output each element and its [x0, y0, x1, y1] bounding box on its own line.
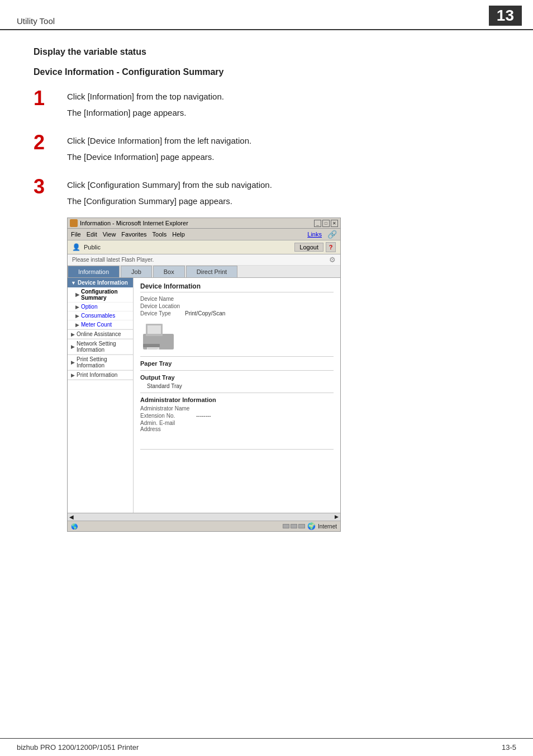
left-nav-print-setting-header[interactable]: ▶ Print Setting Information	[68, 355, 133, 370]
progress-bar-2	[291, 524, 297, 528]
menu-help[interactable]: Help	[172, 231, 185, 238]
device-name-label: Device Name	[140, 296, 185, 302]
section1-title: Display the variable status	[34, 47, 499, 57]
device-location-label: Device Location	[140, 303, 185, 309]
arrow-icon: ▶	[71, 344, 75, 349]
flash-notice-bar: Please install latest Flash Player. ⚙	[68, 254, 340, 266]
tab-box[interactable]: Box	[153, 266, 185, 277]
svg-rect-3	[143, 344, 160, 347]
admin-email-label: Admin. E-mail Address	[140, 420, 196, 432]
page-number: 13	[489, 6, 522, 26]
admin-info-block: Administrator Name Extension No. -------…	[140, 405, 334, 432]
progress-bar-1	[283, 524, 289, 528]
progress-bar-3	[298, 524, 305, 528]
page-title: Utility Tool	[17, 16, 55, 26]
step-1-result: The [Information] page appears.	[67, 107, 499, 120]
left-nav-device-info: ▼ Device Information ▶ Configuration Sum…	[68, 278, 133, 330]
left-nav-option[interactable]: ▶ Option	[68, 303, 133, 311]
step-1: 1 Click [Information] from the top navig…	[34, 91, 499, 119]
step-2-number: 2	[34, 133, 67, 153]
left-nav-device-info-header[interactable]: ▼ Device Information	[68, 278, 133, 287]
footer-right-text: 13-5	[502, 743, 516, 752]
links-icon: 🔗	[327, 230, 337, 239]
tab-direct-print[interactable]: Direct Print	[186, 266, 237, 277]
gear-icon: ⚙	[325, 254, 340, 265]
left-nav-device-info-label: Device Information	[78, 280, 128, 286]
step-2-instruction: Click [Device Information] from the left…	[67, 135, 499, 148]
step-3-content: Click [Configuration Summary] from the s…	[67, 179, 499, 532]
page-footer: bizhub PRO 1200/1200P/1051 Printer 13-5	[0, 738, 533, 756]
divider-1	[140, 356, 334, 357]
arrow-icon: ▶	[75, 304, 79, 310]
left-nav-config-summary[interactable]: ▶ Configuration Summary	[68, 287, 133, 303]
menu-links[interactable]: Links	[307, 231, 322, 238]
step-2: 2 Click [Device Information] from the le…	[34, 135, 499, 163]
admin-name-row: Administrator Name	[140, 405, 334, 412]
left-nav-print-info-header[interactable]: ▶ Print Information	[68, 371, 133, 380]
menu-file[interactable]: File	[71, 231, 81, 238]
right-content: Device Information Device Name Device Lo…	[134, 278, 340, 513]
arrow-icon: ▶	[71, 360, 75, 365]
step-2-result: The [Device Information] page appears.	[67, 151, 499, 164]
tab-job[interactable]: Job	[121, 266, 152, 277]
left-nav-print-info: ▶ Print Information	[68, 371, 133, 380]
logout-button[interactable]: Logout	[294, 243, 323, 252]
menu-tools[interactable]: Tools	[153, 231, 167, 238]
flash-notice-text: Please install latest Flash Player.	[68, 256, 158, 264]
left-nav-meter-count[interactable]: ▶ Meter Count	[68, 320, 133, 329]
nav-tabs: Information Job Box Direct Print	[68, 266, 340, 278]
browser-scrollbar[interactable]: ◀ ▶	[68, 513, 340, 521]
main-content: Display the variable status Device Infor…	[0, 30, 533, 581]
admin-ext-row: Extension No. --------	[140, 413, 334, 419]
footer-left-text: bizhub PRO 1200/1200P/1051 Printer	[17, 743, 139, 752]
user-area: 👤 Public	[72, 243, 101, 251]
left-nav: ▼ Device Information ▶ Configuration Sum…	[68, 278, 134, 513]
device-type-row: Device Type Print/Copy/Scan	[140, 310, 334, 316]
device-name-row: Device Name	[140, 296, 334, 302]
left-nav-network-setting-header[interactable]: ▶ Network Setting Information	[68, 339, 133, 355]
device-info-title: Device Information	[140, 282, 334, 292]
browser-menubar: File Edit View Favorites Tools Help Link…	[68, 229, 340, 240]
user-label: Public	[84, 244, 101, 251]
ie-statusbar: 🌎 🌍 Internet	[68, 521, 340, 531]
printer-svg	[140, 323, 179, 352]
step-2-content: Click [Device Information] from the left…	[67, 135, 499, 163]
paper-tray-label: Paper Tray	[140, 360, 334, 367]
user-icon: 👤	[72, 243, 80, 251]
step-1-content: Click [Information] from the top navigat…	[67, 91, 499, 119]
scroll-right[interactable]: ▶	[333, 513, 340, 521]
left-nav-consumables[interactable]: ▶ Consumables	[68, 311, 133, 320]
ie-toolbar: 👤 Public Logout ?	[68, 240, 340, 254]
minimize-button[interactable]: _	[314, 220, 321, 227]
help-button[interactable]: ?	[326, 242, 336, 252]
browser-titlebar: Information - Microsoft Internet Explore…	[68, 218, 340, 229]
left-nav-online-assistance-header[interactable]: ▶ Online Assistance	[68, 330, 133, 339]
device-location-row: Device Location	[140, 303, 334, 309]
statusbar-text: Internet	[318, 523, 337, 530]
browser-controls[interactable]: _ □ ✕	[314, 220, 338, 227]
internet-icon: 🌍	[307, 522, 316, 530]
scroll-left[interactable]: ◀	[68, 513, 333, 521]
step-3-instruction: Click [Configuration Summary] from the s…	[67, 179, 499, 192]
divider-2	[140, 370, 334, 371]
printer-image	[140, 321, 179, 352]
menu-edit[interactable]: Edit	[87, 231, 97, 238]
page-load-icon: 🌎	[71, 523, 78, 530]
menu-favorites[interactable]: Favorites	[121, 231, 146, 238]
menu-view[interactable]: View	[103, 231, 116, 238]
left-nav-online-assistance: ▶ Online Assistance	[68, 330, 133, 339]
close-button[interactable]: ✕	[331, 220, 338, 227]
svg-rect-2	[147, 325, 161, 334]
admin-ext-label: Extension No.	[140, 413, 196, 419]
progress-bars	[283, 524, 305, 528]
divider-3	[140, 393, 334, 393]
device-type-value: Print/Copy/Scan	[185, 310, 225, 316]
arrow-icon: ▶	[71, 332, 75, 337]
output-tray-label: Output Tray	[140, 374, 334, 381]
arrow-icon: ▶	[71, 372, 75, 378]
tab-information[interactable]: Information	[68, 266, 120, 277]
restore-button[interactable]: □	[322, 220, 330, 227]
browser-icon	[70, 219, 78, 227]
admin-name-label: Administrator Name	[140, 405, 196, 412]
step-3-number: 3	[34, 177, 67, 197]
